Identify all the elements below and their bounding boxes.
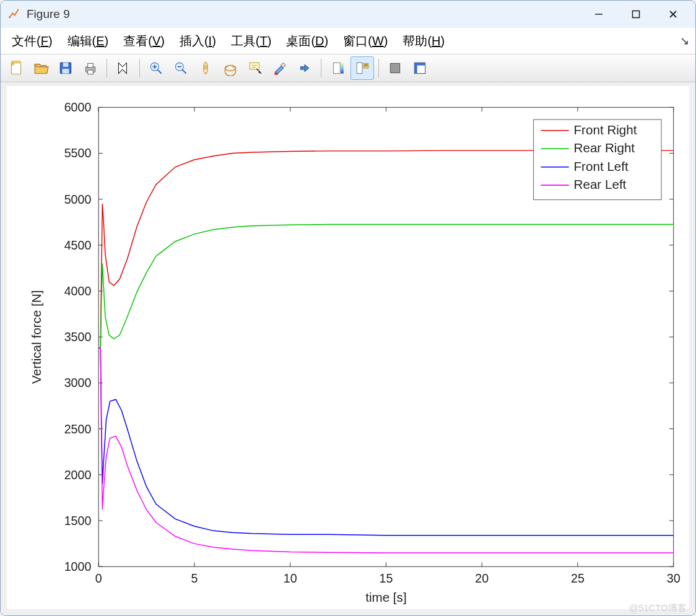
svg-text:1000: 1000 [64, 560, 92, 573]
svg-text:5000: 5000 [64, 193, 92, 206]
svg-rect-35 [357, 63, 362, 73]
matlab-icon [8, 8, 20, 20]
menu-d[interactable]: 桌面(D) [279, 33, 336, 50]
svg-text:15: 15 [379, 571, 393, 585]
open-file-icon[interactable] [29, 56, 53, 80]
svg-marker-32 [301, 65, 309, 72]
menu-t[interactable]: 工具(T) [224, 33, 279, 50]
svg-text:2500: 2500 [64, 422, 92, 436]
svg-rect-8 [63, 63, 69, 67]
svg-text:10: 10 [284, 571, 297, 585]
svg-text:4000: 4000 [64, 284, 92, 298]
svg-rect-39 [390, 63, 399, 72]
window-title: Figure 9 [27, 7, 70, 21]
svg-text:2000: 2000 [64, 468, 92, 482]
zoom-out-icon[interactable] [169, 56, 193, 80]
svg-rect-2 [633, 11, 640, 18]
figure-area: 0510152025301000150020002500300035004000… [1, 82, 695, 615]
toolbar-separator [107, 59, 107, 77]
axes[interactable]: 0510152025301000150020002500300035004000… [7, 86, 689, 609]
pan-icon[interactable] [194, 56, 217, 80]
data-cursor-icon[interactable] [243, 56, 267, 80]
maximize-button[interactable] [617, 1, 655, 28]
menu-e[interactable]: 编辑(E) [60, 33, 116, 50]
show-plot-tools-icon[interactable] [408, 56, 432, 80]
svg-text:5: 5 [191, 571, 198, 585]
svg-rect-34 [341, 63, 343, 73]
legend-icon[interactable] [350, 56, 374, 80]
toolbar-separator [321, 59, 321, 77]
svg-rect-31 [274, 73, 277, 75]
svg-rect-42 [414, 63, 417, 73]
link-plots-icon[interactable] [293, 56, 316, 80]
svg-rect-25 [250, 63, 259, 69]
svg-line-18 [182, 69, 186, 74]
svg-text:0: 0 [95, 571, 102, 585]
menu-v[interactable]: 查看(V) [116, 33, 172, 50]
menu-i[interactable]: 插入(I) [172, 33, 224, 50]
menu-h[interactable]: 帮助(H) [395, 33, 452, 50]
toolbar [1, 54, 695, 82]
svg-text:6000: 6000 [64, 100, 92, 114]
menubar: 文件(F)编辑(E)查看(V)插入(I)工具(T)桌面(D)窗口(W)帮助(H)… [1, 28, 695, 54]
edit-plot-icon[interactable] [111, 56, 135, 80]
menu-f[interactable]: 文件(F) [4, 33, 60, 50]
svg-text:30: 30 [667, 571, 681, 585]
hide-plot-tools-icon[interactable] [383, 56, 407, 80]
svg-rect-36 [363, 63, 368, 68]
svg-rect-12 [88, 70, 94, 74]
rotate-3d-icon[interactable] [219, 56, 242, 80]
svg-text:3500: 3500 [64, 330, 92, 344]
svg-rect-11 [88, 63, 94, 67]
legend-entry: Rear Left [574, 177, 627, 191]
svg-text:5500: 5500 [64, 146, 92, 160]
figure-window: Figure 9 文件(F)编辑(E)查看(V)插入(I)工具(T)桌面(D)窗… [0, 0, 696, 616]
minimize-button[interactable] [580, 1, 617, 28]
svg-rect-9 [63, 69, 69, 74]
legend-entry: Front Left [574, 159, 629, 173]
legend-entry: Front Right [574, 123, 637, 137]
y-label: Vertical force [N] [29, 290, 43, 384]
print-icon[interactable] [79, 56, 102, 80]
svg-rect-33 [334, 63, 341, 73]
toolbar-separator [378, 59, 379, 77]
dock-arrow-icon[interactable]: ↘ [680, 34, 689, 48]
svg-point-0 [9, 17, 10, 18]
toolbar-separator [139, 59, 140, 77]
svg-line-14 [157, 69, 161, 74]
titlebar: Figure 9 [1, 1, 695, 28]
menu-w[interactable]: 窗口(W) [336, 33, 395, 50]
window-controls [580, 1, 692, 28]
legend[interactable]: Front RightRear RightFront LeftRear Left [534, 119, 661, 200]
close-button[interactable] [655, 1, 692, 28]
colorbar-icon[interactable] [326, 56, 349, 80]
save-icon[interactable] [54, 56, 77, 80]
svg-point-6 [12, 63, 14, 65]
svg-text:20: 20 [475, 571, 489, 585]
axes-container: 0510152025301000150020002500300035004000… [7, 86, 689, 609]
svg-text:25: 25 [571, 571, 585, 585]
svg-text:3000: 3000 [64, 376, 92, 389]
x-label: time [s] [365, 590, 406, 604]
svg-text:4500: 4500 [64, 238, 92, 252]
svg-text:1500: 1500 [64, 514, 92, 527]
new-figure-icon[interactable] [4, 56, 28, 80]
brush-icon[interactable] [268, 56, 292, 80]
zoom-in-icon[interactable] [144, 56, 168, 80]
legend-entry: Rear Right [574, 141, 635, 155]
